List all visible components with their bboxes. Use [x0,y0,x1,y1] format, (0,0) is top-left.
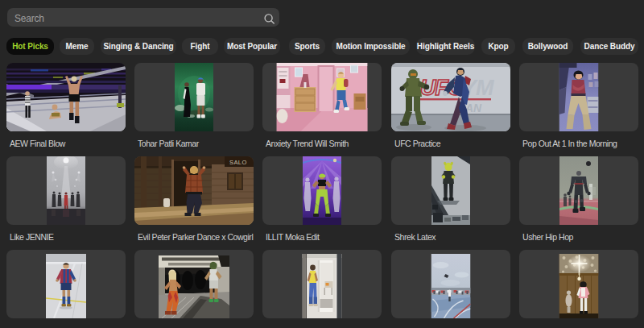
svg-text:SALO: SALO [229,159,247,166]
